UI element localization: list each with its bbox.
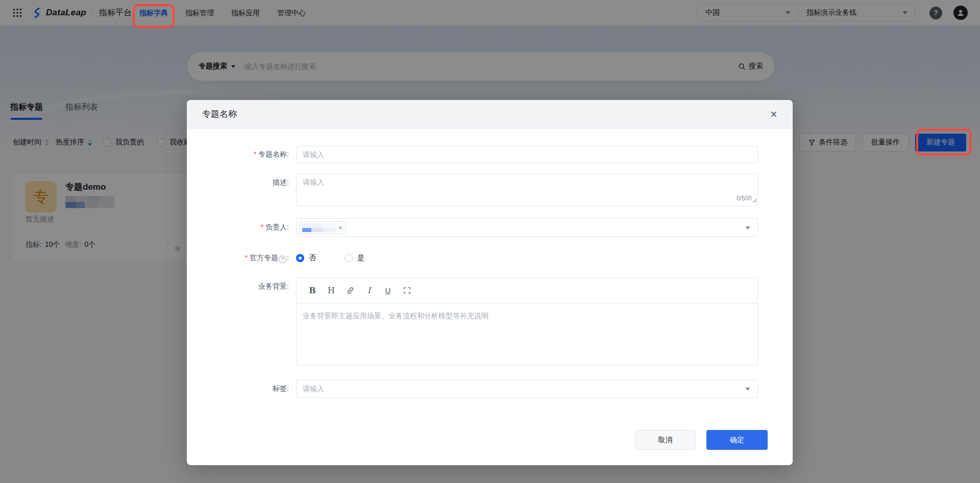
field-row-tags: 标签: 请输入: [187, 379, 793, 398]
modal-header: 专题名称 ×: [187, 100, 793, 129]
radio-no[interactable]: [296, 254, 304, 262]
chevron-down-icon: [745, 226, 750, 230]
editor-toolbar: B H I U: [297, 278, 757, 303]
radio-yes[interactable]: [345, 254, 353, 262]
resize-handle-icon[interactable]: [752, 196, 757, 205]
owner-select[interactable]: ×: [296, 218, 758, 237]
confirm-button[interactable]: 确定: [706, 430, 768, 450]
field-row-owner: *负责人: ×: [187, 218, 793, 237]
cancel-button[interactable]: 取消: [635, 430, 696, 450]
char-counter: 0/500: [737, 195, 752, 202]
field-row-description: 描述: 0/500: [187, 173, 793, 206]
tag-remove-icon[interactable]: ×: [338, 224, 342, 231]
owner-name-redacted: [302, 223, 336, 232]
tags-select[interactable]: 请输入: [296, 379, 758, 398]
rich-text-editor: B H I U: [296, 277, 758, 365]
bold-icon[interactable]: B: [304, 282, 321, 299]
modal-footer: 取消 确定: [187, 430, 793, 450]
required-asterisk: *: [245, 253, 248, 262]
owner-tag: ×: [300, 221, 346, 234]
radio-no-label[interactable]: 否: [309, 253, 316, 263]
background-label: 业务背景:: [187, 277, 296, 365]
chevron-down-icon: [745, 388, 750, 391]
owner-label: *负责人:: [187, 223, 296, 232]
tags-placeholder: 请输入: [297, 385, 324, 393]
field-row-topic-name: *专题名称:: [187, 146, 793, 163]
description-textarea[interactable]: [296, 173, 758, 206]
description-textarea-wrap: 0/500: [296, 173, 758, 206]
radio-yes-label[interactable]: 是: [357, 253, 364, 263]
screen: DataLeap 指标平台 指标字典 指标管理 指标应用 管理中心 中国 指标演…: [0, 0, 980, 483]
create-topic-modal: 专题名称 × *专题名称: 描述:: [187, 100, 793, 465]
italic-icon[interactable]: I: [360, 282, 378, 299]
heading-icon[interactable]: H: [323, 282, 340, 299]
tags-label: 标签:: [187, 384, 296, 393]
official-topic-label: *官方专题?:: [187, 253, 296, 263]
required-asterisk: *: [261, 223, 263, 231]
editor-content-area[interactable]: 业务背景即主题应用场景、业务流程和分析模型等补充说明: [297, 303, 757, 365]
topic-name-label: *专题名称:: [187, 150, 296, 159]
topic-name-input[interactable]: [296, 146, 758, 163]
field-row-official: *官方专题?: 否 是: [187, 253, 793, 263]
description-label: 描述:: [187, 173, 296, 206]
field-row-background: 业务背景: B H: [187, 277, 793, 365]
modal-title: 专题名称: [187, 100, 793, 129]
official-radio-group: 否 是: [296, 253, 758, 263]
required-asterisk: *: [254, 150, 256, 158]
link-icon[interactable]: [341, 282, 359, 299]
fullscreen-icon[interactable]: [398, 282, 415, 299]
create-topic-form: *专题名称: 描述: 0/500: [187, 129, 793, 450]
question-circle-icon[interactable]: ?: [279, 256, 286, 263]
close-icon[interactable]: ×: [766, 107, 781, 122]
underline-icon[interactable]: U: [379, 282, 397, 299]
